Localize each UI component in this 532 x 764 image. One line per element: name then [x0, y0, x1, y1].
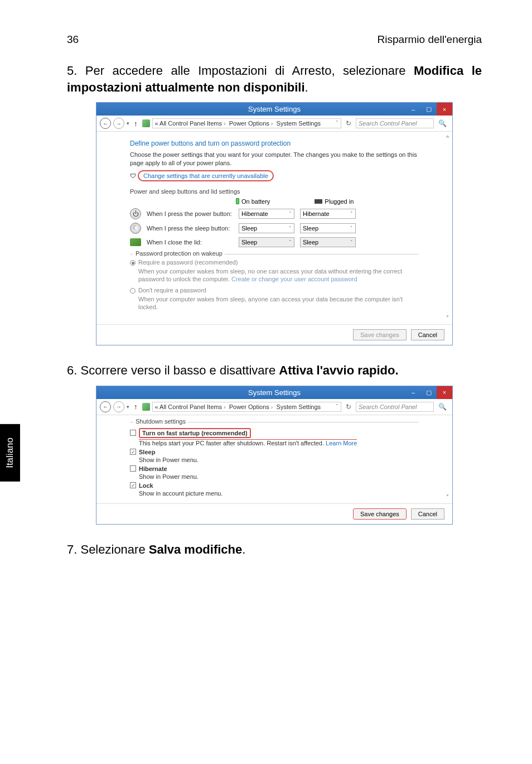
col-plugged-in: Plugged in [325, 198, 354, 205]
breadcrumb[interactable]: « All Control Panel Items› Power Options… [152, 402, 342, 412]
sleep-battery-select[interactable]: Sleep˅ [239, 223, 294, 233]
chevron-down-icon: ˅ [289, 239, 292, 245]
document-title: Risparmio dell'energia [378, 33, 482, 46]
power-plugged-select[interactable]: Hibernate˅ [300, 209, 356, 219]
search-icon[interactable]: 🔍 [436, 119, 449, 127]
lid-label: When I close the lid: [147, 239, 233, 246]
sleep-button-label: When I press the sleep button: [147, 225, 233, 232]
shield-icon: 🛡 [130, 172, 136, 179]
lid-icon [130, 238, 141, 246]
hibernate-checkbox-label: Hibernate [139, 465, 167, 472]
fast-startup-label: Turn on fast startup (recommended) [139, 428, 251, 438]
step-5-prefix: 5. Per accedere alle Impostazioni di Arr… [67, 64, 414, 78]
scrollbar-down-arrow[interactable]: ˅ [446, 315, 449, 321]
chevron-down-icon: ˅ [289, 225, 292, 231]
chevron-down-icon: ˅ [289, 211, 292, 217]
maximize-button[interactable]: ▢ [421, 103, 437, 116]
sleep-button-icon: ☾ [130, 223, 141, 234]
page-header: 36 Risparmio dell'energia [67, 33, 482, 46]
power-button-icon: ⏻ [130, 208, 141, 219]
screenshot-system-settings-1: System Settings – ▢ × ← → ▾ ↑ « All Cont… [96, 102, 453, 345]
step-7-suffix: . [242, 542, 245, 556]
back-button[interactable]: ← [100, 118, 111, 129]
refresh-button[interactable]: ↻ [344, 119, 354, 127]
history-dropdown-icon[interactable]: ▾ [127, 404, 129, 410]
step-7-text: 7. Selezionare Salva modifiche. [67, 541, 482, 558]
window-title: System Settings [248, 388, 301, 397]
breadcrumb[interactable]: « All Control Panel Items› Power Options… [152, 118, 342, 128]
learn-more-link[interactable]: Learn More [326, 440, 357, 446]
up-button[interactable]: ↑ [132, 402, 140, 411]
nav-bar: ← → ▾ ↑ « All Control Panel Items› Power… [96, 399, 452, 415]
sleep-plugged-select[interactable]: Sleep˅ [300, 223, 356, 233]
shutdown-settings-legend: Shutdown settings [133, 418, 188, 425]
password-protection-legend: Password protection on wakeup [133, 250, 225, 257]
chevron-down-icon: ˅ [350, 211, 353, 217]
step-5-text: 5. Per accedere alle Impostazioni di Arr… [67, 63, 482, 95]
lock-checkbox[interactable] [130, 482, 136, 488]
history-dropdown-icon[interactable]: ▾ [127, 121, 129, 126]
search-input[interactable]: Search Control Panel [356, 402, 434, 412]
change-settings-link[interactable]: Change settings that are currently unava… [138, 170, 274, 181]
maximize-button[interactable]: ▢ [421, 386, 437, 399]
window-title: System Settings [248, 105, 301, 113]
forward-button[interactable]: → [113, 118, 124, 129]
page-number: 36 [67, 33, 79, 46]
fast-startup-checkbox[interactable] [130, 430, 136, 436]
create-password-link[interactable]: Create or change your user account passw… [231, 276, 357, 282]
control-panel-icon [142, 403, 150, 411]
sidebar-language-tab: Italiano [0, 424, 20, 482]
sleep-checkbox-label: Sleep [139, 449, 155, 455]
refresh-button[interactable]: ↻ [344, 403, 354, 411]
require-password-desc: When your computer wakes from sleep, no … [138, 267, 419, 284]
up-button[interactable]: ↑ [132, 119, 140, 128]
cancel-button[interactable]: Cancel [411, 508, 444, 520]
no-password-desc: When your computer wakes from sleep, any… [138, 295, 419, 311]
window-titlebar: System Settings – ▢ × [96, 386, 452, 399]
minimize-button[interactable]: – [405, 386, 421, 399]
no-password-radio[interactable] [130, 288, 136, 294]
power-button-label: When I press the power button: [147, 210, 233, 217]
search-input[interactable]: Search Control Panel [356, 118, 434, 128]
scrollbar-down-arrow[interactable]: ˅ [446, 494, 449, 500]
shutdown-settings-section: Shutdown settings Turn on fast startup (… [130, 422, 419, 497]
password-protection-section: Password protection on wakeup Require a … [130, 254, 419, 311]
step-7-prefix: 7. Selezionare [67, 542, 149, 556]
minimize-button[interactable]: – [405, 103, 421, 116]
control-panel-icon [142, 119, 150, 127]
power-battery-select[interactable]: Hibernate˅ [239, 209, 294, 219]
plug-icon [315, 199, 322, 204]
cancel-button[interactable]: Cancel [411, 329, 444, 340]
lock-checkbox-label: Lock [139, 482, 153, 489]
chevron-down-icon: ˅ [350, 239, 353, 245]
step-5-suffix: . [305, 80, 308, 94]
require-password-radio[interactable] [130, 260, 136, 266]
forward-button[interactable]: → [113, 401, 124, 412]
lid-battery-select[interactable]: Sleep˅ [239, 237, 294, 247]
close-button[interactable]: × [437, 103, 452, 116]
no-password-label: Don't require a password [138, 287, 206, 294]
nav-bar: ← → ▾ ↑ « All Control Panel Items› Power… [96, 116, 452, 132]
chevron-down-icon: ˅ [350, 225, 353, 231]
lock-checkbox-desc: Show in account picture menu. [139, 490, 419, 497]
col-on-battery: On battery [241, 198, 270, 205]
close-button[interactable]: × [437, 386, 452, 399]
step-7-bold: Salva modifiche [149, 542, 243, 556]
back-button[interactable]: ← [100, 401, 111, 412]
hibernate-checkbox-desc: Show in Power menu. [139, 473, 419, 480]
step-6-prefix: 6. Scorrere verso il basso e disattivare [67, 363, 279, 377]
lid-plugged-select[interactable]: Sleep˅ [300, 237, 356, 247]
sleep-checkbox[interactable] [130, 449, 136, 455]
intro-text: Choose the power settings that you want … [130, 151, 419, 167]
page-heading: Define power buttons and turn on passwor… [130, 140, 419, 147]
scrollbar-up-arrow[interactable]: ^ [446, 135, 449, 141]
fast-startup-desc: This helps start your PC faster after sh… [139, 439, 357, 446]
save-changes-button[interactable]: Save changes [353, 329, 407, 340]
save-changes-button[interactable]: Save changes [353, 508, 407, 520]
sleep-checkbox-desc: Show in Power menu. [139, 457, 419, 463]
step-6-text: 6. Scorrere verso il basso e disattivare… [67, 362, 482, 379]
hibernate-checkbox[interactable] [130, 465, 136, 472]
window-titlebar: System Settings – ▢ × [96, 103, 452, 116]
screenshot-system-settings-2: System Settings – ▢ × ← → ▾ ↑ « All Cont… [96, 386, 453, 525]
search-icon[interactable]: 🔍 [436, 403, 449, 411]
